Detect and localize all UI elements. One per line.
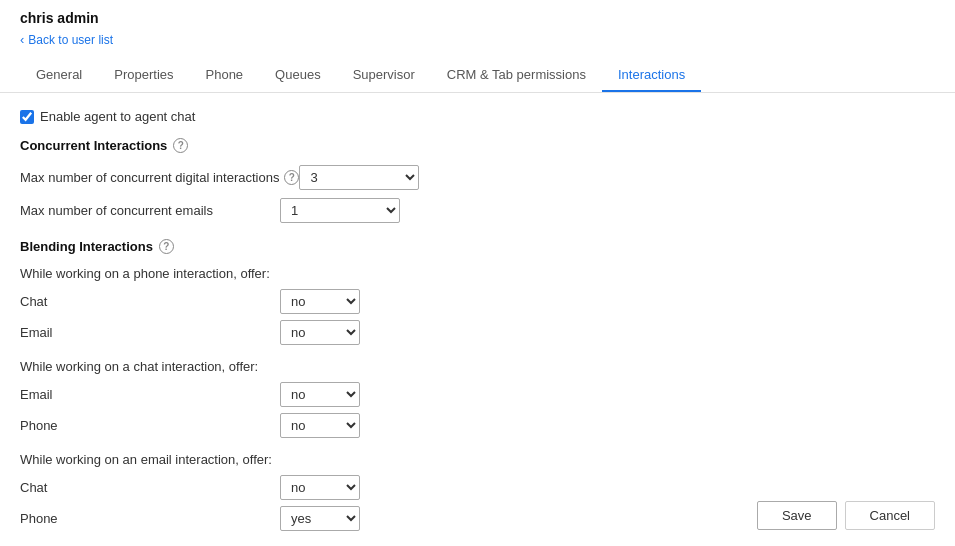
tab-crm-tab-permissions[interactable]: CRM & Tab permissions	[431, 59, 602, 92]
chat-phone-row: Phone no yes	[20, 413, 935, 438]
concurrent-interactions-title: Concurrent Interactions ?	[20, 138, 935, 153]
max-concurrent-digital-label-wrapper: Max number of concurrent digital interac…	[20, 170, 299, 185]
blending-interactions-help-icon[interactable]: ?	[159, 239, 174, 254]
max-concurrent-emails-label-wrapper: Max number of concurrent emails	[20, 203, 280, 218]
chat-offer-label: While working on a chat interaction, off…	[20, 359, 935, 374]
tab-properties[interactable]: Properties	[98, 59, 189, 92]
tab-general[interactable]: General	[20, 59, 98, 92]
phone-chat-row: Chat no yes	[20, 289, 935, 314]
phone-chat-select[interactable]: no yes	[280, 289, 360, 314]
max-concurrent-emails-select[interactable]: 1 2 3	[280, 198, 400, 223]
max-concurrent-emails-row: Max number of concurrent emails 1 2 3	[20, 198, 935, 223]
tab-interactions[interactable]: Interactions	[602, 59, 701, 92]
enable-agent-chat-label: Enable agent to agent chat	[40, 109, 195, 124]
blending-interactions-title: Blending Interactions ?	[20, 239, 935, 254]
tab-phone[interactable]: Phone	[190, 59, 260, 92]
max-concurrent-digital-help-icon[interactable]: ?	[284, 170, 299, 185]
main-content: Enable agent to agent chat Concurrent In…	[0, 93, 955, 546]
chat-email-row: Email no yes	[20, 382, 935, 407]
phone-offer-label: While working on a phone interaction, of…	[20, 266, 935, 281]
tab-queues[interactable]: Queues	[259, 59, 337, 92]
phone-email-row: Email no yes	[20, 320, 935, 345]
concurrent-interactions-heading: Concurrent Interactions	[20, 138, 167, 153]
tab-supervisor[interactable]: Supervisor	[337, 59, 431, 92]
email-chat-select[interactable]: no yes	[280, 475, 360, 500]
max-concurrent-digital-select[interactable]: 1 2 3 4 5	[299, 165, 419, 190]
email-chat-row: Chat no yes	[20, 475, 935, 500]
phone-chat-label: Chat	[20, 294, 280, 309]
tab-bar: General Properties Phone Queues Supervis…	[20, 59, 935, 92]
email-offer-label: While working on an email interaction, o…	[20, 452, 935, 467]
enable-agent-chat-checkbox[interactable]	[20, 110, 34, 124]
concurrent-interactions-help-icon[interactable]: ?	[173, 138, 188, 153]
chat-email-label: Email	[20, 387, 280, 402]
chat-interaction-group: While working on a chat interaction, off…	[20, 359, 935, 438]
page-header: chris admin ‹ Back to user list General …	[0, 0, 955, 93]
back-link-label: Back to user list	[28, 33, 113, 47]
back-arrow-icon: ‹	[20, 32, 24, 47]
email-phone-label: Phone	[20, 511, 280, 526]
chat-phone-label: Phone	[20, 418, 280, 433]
max-concurrent-digital-row: Max number of concurrent digital interac…	[20, 165, 935, 190]
email-chat-label: Chat	[20, 480, 280, 495]
back-to-user-list-link[interactable]: ‹ Back to user list	[20, 32, 113, 47]
footer-buttons: Save Cancel	[757, 501, 935, 530]
cancel-button[interactable]: Cancel	[845, 501, 935, 530]
blending-interactions-heading: Blending Interactions	[20, 239, 153, 254]
chat-email-select[interactable]: no yes	[280, 382, 360, 407]
enable-agent-chat-row: Enable agent to agent chat	[20, 109, 935, 124]
chat-phone-select[interactable]: no yes	[280, 413, 360, 438]
save-button[interactable]: Save	[757, 501, 837, 530]
phone-email-label: Email	[20, 325, 280, 340]
phone-interaction-group: While working on a phone interaction, of…	[20, 266, 935, 345]
max-concurrent-digital-label: Max number of concurrent digital interac…	[20, 170, 279, 185]
user-title: chris admin	[20, 10, 935, 26]
email-phone-select[interactable]: no yes	[280, 506, 360, 531]
max-concurrent-emails-label: Max number of concurrent emails	[20, 203, 213, 218]
phone-email-select[interactable]: no yes	[280, 320, 360, 345]
